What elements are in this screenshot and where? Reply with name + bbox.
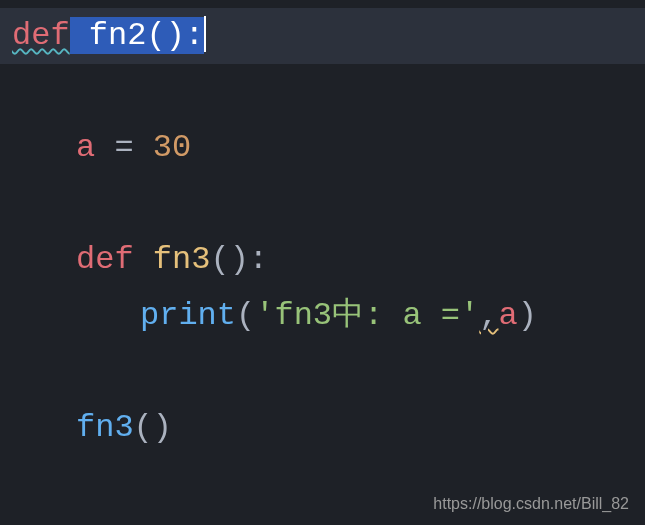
paren-open: (	[236, 297, 255, 334]
function-name: fn2	[89, 17, 147, 54]
parentheses: ()	[146, 17, 184, 54]
code-line-blank[interactable]	[0, 176, 645, 232]
code-line-blank[interactable]	[0, 344, 645, 400]
text-cursor	[204, 16, 206, 52]
variable: a	[76, 129, 95, 166]
watermark-text: https://blog.csdn.net/Bill_82	[433, 495, 629, 513]
parentheses: ()	[70, 521, 108, 525]
code-line-blank[interactable]	[0, 64, 645, 120]
function-call: fn2	[12, 521, 70, 525]
code-editor[interactable]: def fn2(): a = 30 def fn3(): print('fn3中…	[0, 0, 645, 525]
operator-assign: =	[114, 129, 133, 166]
parentheses: ()	[134, 409, 172, 446]
code-line-8[interactable]: fn3()	[0, 400, 645, 456]
code-line-6[interactable]: print('fn3中: a =',a)	[0, 288, 645, 344]
paren-close: )	[518, 297, 537, 334]
code-line-3[interactable]: a = 30	[0, 120, 645, 176]
string-literal: 'fn3中: a ='	[255, 297, 479, 334]
code-line-1[interactable]: def fn2():	[0, 8, 645, 64]
selection-highlight: fn2():	[70, 17, 204, 54]
keyword-def: def	[12, 17, 70, 54]
code-line-10[interactable]: fn2()	[0, 512, 645, 525]
function-call: fn3	[76, 409, 134, 446]
number-literal: 30	[153, 129, 191, 166]
colon: :	[185, 17, 204, 54]
variable: a	[498, 297, 517, 334]
colon: :	[249, 241, 268, 278]
builtin-print: print	[140, 297, 236, 334]
code-line-5[interactable]: def fn3():	[0, 232, 645, 288]
keyword-def: def	[76, 241, 134, 278]
comma: ,	[479, 297, 498, 334]
function-name: fn3	[153, 241, 211, 278]
parentheses: ()	[210, 241, 248, 278]
